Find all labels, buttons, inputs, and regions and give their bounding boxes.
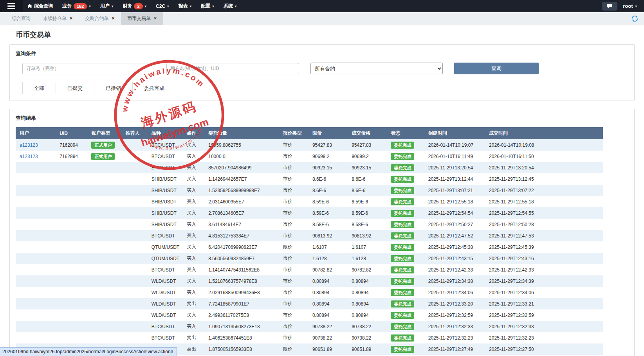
status-filter-tab[interactable]: 全部 xyxy=(22,82,56,94)
column-header: 委托数量 xyxy=(204,127,279,139)
nav-menu-item[interactable]: 综合查询 xyxy=(23,0,58,12)
cell-uid xyxy=(56,287,87,298)
nav-menu-item[interactable]: C2C ▾ xyxy=(151,0,174,12)
table-row[interactable]: BTC/USDT 买入 1.090713135608273E13 市价 9073… xyxy=(16,321,603,332)
cell-extra xyxy=(546,173,603,185)
status-badge: 委托完成 xyxy=(391,255,414,262)
cell-limit-price: 90699.2 xyxy=(308,151,348,162)
query-panel-title: 查询条件 xyxy=(16,50,628,57)
cell-status: 委托完成 xyxy=(387,173,424,185)
workspace-tab[interactable]: 永续持仓单 ✖ xyxy=(37,12,79,25)
cell-created-time: 2025-11-29T13:12:44 xyxy=(424,173,485,185)
caret-down-icon: ▾ xyxy=(145,4,147,8)
nav-menu-item[interactable]: 业务 182 ▾ xyxy=(58,0,96,12)
cell-symbol: WLD/USDT xyxy=(148,298,183,309)
table-row[interactable]: WLD/USDT 买入 1.521876637574978E8 市价 0.808… xyxy=(16,275,603,287)
column-header: 报价类型 xyxy=(279,127,308,139)
table-row[interactable]: WLD/USDT 买入 2.499361170275E8 市价 0.80894 … xyxy=(16,309,603,321)
table-row[interactable]: a123123 7162894 正式用户 BTC/USDT 买入 19959.8… xyxy=(16,139,603,151)
status-filter-tab[interactable]: 已提交 xyxy=(56,82,94,94)
cell-status: 委托完成 xyxy=(387,332,424,343)
nav-menu-item[interactable]: 系统 ▾ xyxy=(219,0,242,12)
workspace-tab[interactable]: 交割合约单 ✖ xyxy=(79,12,121,25)
table-row[interactable]: SHIB/USDT 买入 2.7086134605E7 市价 8.59E-6 8… xyxy=(16,207,603,219)
cell-symbol: WLD/USDT xyxy=(148,287,183,298)
status-badge: 委托完成 xyxy=(391,334,414,342)
cell-side: 买入 xyxy=(183,151,204,162)
table-row[interactable]: BTC/USDT 卖出 1.4062538674451E8 市价 90738.2… xyxy=(16,332,603,343)
table-row[interactable]: WLD/USDT 买入 2.0291688500999436E8 市价 0.80… xyxy=(16,287,603,298)
status-filter-tab[interactable]: 已撤销 xyxy=(94,82,133,94)
messages-button[interactable] xyxy=(602,2,617,11)
cell-created-time: 2025-11-29T12:34:38 xyxy=(424,275,485,287)
table-row[interactable]: SHIB/USDT 买入 1.5235925689999998E7 市价 8.6… xyxy=(16,185,603,196)
nav-menu-item[interactable]: 配置 ▾ xyxy=(196,0,219,12)
caret-down-icon: ▾ xyxy=(235,4,237,8)
workspace-tab[interactable]: 综合查询 xyxy=(5,12,37,25)
nav-menu-item[interactable]: 财务 2 ▾ xyxy=(118,0,151,12)
column-header: 账户类型 xyxy=(87,127,121,139)
status-badge: 委托完成 xyxy=(391,346,414,353)
column-header: 用户 xyxy=(16,127,56,139)
cell-created-time: 2025-11-29T13:20:54 xyxy=(424,162,485,173)
tab-close-icon[interactable]: ✖ xyxy=(112,16,115,20)
tab-label: 交割合约单 xyxy=(85,15,109,22)
caret-down-icon: ▾ xyxy=(635,4,637,8)
cell-symbol: BTC/USDT xyxy=(148,264,183,275)
user-link[interactable]: a123123 xyxy=(20,154,38,159)
cell-amount: 2.499361170275E8 xyxy=(204,309,279,321)
cell-uid xyxy=(56,275,87,287)
user-menu[interactable]: root ▾ xyxy=(623,3,637,9)
tab-label: 永续持仓单 xyxy=(43,15,67,22)
cell-status: 委托完成 xyxy=(387,298,424,309)
table-row[interactable]: QTUM/USDT 买入 8.56055609324859E7 市价 1.612… xyxy=(16,253,603,264)
cell-referrer xyxy=(122,298,148,309)
status-badge: 委托完成 xyxy=(391,210,414,217)
cell-extra xyxy=(546,162,603,173)
table-row[interactable]: SHIB/USDT 买入 2.0314600955E7 市价 8.59E-6 8… xyxy=(16,196,603,207)
table-row[interactable]: BTC/USDT 买入 1.1414074754311562E8 市价 9078… xyxy=(16,264,603,275)
status-filter-tab[interactable]: 委托完成 xyxy=(133,82,176,94)
cell-created-time: 2025-11-29T13:07:21 xyxy=(424,185,485,196)
table-row[interactable]: QTUM/USDT 买入 6.420417069998623E7 限价 1.61… xyxy=(16,241,603,253)
contract-select[interactable]: 所有合约 xyxy=(310,63,443,74)
cell-uid xyxy=(56,162,87,173)
cell-status: 委托完成 xyxy=(387,162,424,173)
cell-status: 委托完成 xyxy=(387,139,424,151)
cell-deal-price: 0.80894 xyxy=(348,287,387,298)
cell-deal-price: 0.80894 xyxy=(348,275,387,287)
table-row[interactable]: SHIB/USDT 买入 1.14269442657E7 市价 8.6E-6 8… xyxy=(16,173,603,185)
table-row[interactable]: BTC/USDT 买入 4.815312753384E7 市价 90813.92… xyxy=(16,230,603,241)
user-link[interactable]: a123123 xyxy=(20,142,38,148)
cell-price-type: 限价 xyxy=(279,241,308,253)
table-row[interactable]: WLD/USDT 卖出 7.724185879901E7 市价 0.80894 … xyxy=(16,298,603,309)
cell-deal-price: 8.59E-6 xyxy=(348,196,387,207)
tab-close-icon[interactable]: ✖ xyxy=(70,16,73,20)
username-input[interactable] xyxy=(166,63,299,74)
cell-side: 买入 xyxy=(183,196,204,207)
search-button[interactable]: 查询 xyxy=(454,63,539,74)
cell-deal-price: 90738.22 xyxy=(348,321,387,332)
top-navbar: 综合查询 业务 182 ▾ 用户 ▾ 财务 2 ▾ C2C ▾ 报表 ▾ 配置 … xyxy=(0,0,644,12)
hamburger-menu-button[interactable] xyxy=(0,0,23,12)
caret-down-icon: ▾ xyxy=(190,4,192,8)
cell-referrer xyxy=(122,253,148,264)
table-row[interactable]: SHIB/USDT 买入 3.611484614E7 市价 8.58E-6 8.… xyxy=(16,219,603,230)
nav-menu-item[interactable]: 用户 ▾ xyxy=(96,0,118,12)
column-header: 成交时间 xyxy=(485,127,546,139)
cell-account-type: 正式用户 xyxy=(87,151,121,162)
status-filter-tabs: 全部 已提交 已撤销 委托完成 xyxy=(22,82,628,94)
tab-close-icon[interactable]: ✖ xyxy=(154,16,157,20)
cell-user xyxy=(16,162,56,173)
cell-price-type: 市价 xyxy=(279,332,308,343)
cell-side: 买入 xyxy=(183,162,204,173)
table-row[interactable]: a123123 7162894 正式用户 BTC/USDT 买入 10000.0… xyxy=(16,151,603,162)
cell-price-type: 市价 xyxy=(279,162,308,173)
workspace-tab[interactable]: 币币交易单 ✖ xyxy=(121,12,163,25)
cell-created-time: 2025-11-29T12:32:59 xyxy=(424,309,485,321)
refresh-button[interactable] xyxy=(631,15,639,24)
nav-menu-item[interactable]: 报表 ▾ xyxy=(174,0,197,12)
cell-account-type xyxy=(87,264,121,275)
order-number-input[interactable] xyxy=(22,63,155,74)
table-row[interactable]: BTC/USDT 买入 8570207.904986499 市价 90923.1… xyxy=(16,162,603,173)
